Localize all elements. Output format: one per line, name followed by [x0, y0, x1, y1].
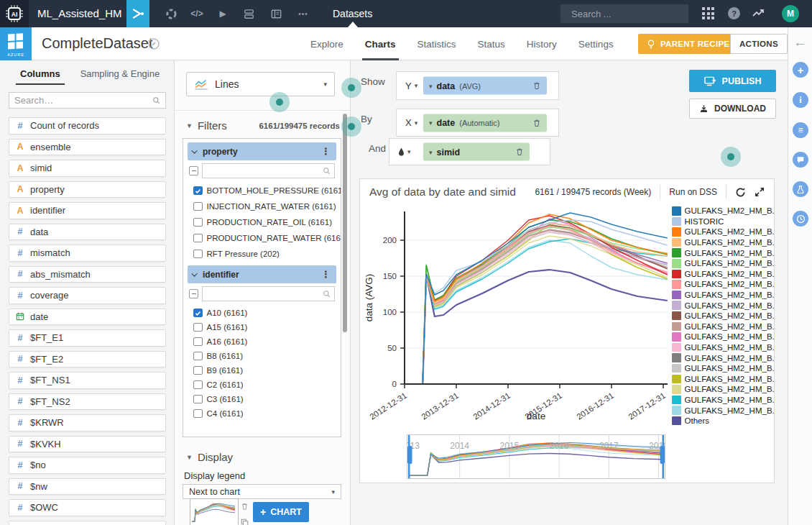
- checkbox[interactable]: [193, 337, 203, 347]
- hotspot-chart-type[interactable]: [269, 92, 290, 112]
- jobs-button[interactable]: [237, 0, 260, 27]
- tab-statistics[interactable]: Statistics: [417, 27, 456, 60]
- flow-button[interactable]: [126, 0, 149, 27]
- tab-explore[interactable]: Explore: [310, 27, 343, 60]
- compass-icon[interactable]: [147, 37, 160, 53]
- code-button[interactable]: </>: [185, 0, 208, 27]
- filter-search[interactable]: [202, 163, 335, 178]
- more-menu-button[interactable]: •••: [292, 0, 315, 27]
- column-item[interactable]: [9, 521, 166, 525]
- column-item[interactable]: #coverage: [9, 287, 166, 304]
- checkbox[interactable]: [193, 352, 203, 361]
- column-item[interactable]: #abs_mismatch: [9, 266, 166, 283]
- config-panel-scrollbar[interactable]: [343, 114, 347, 332]
- column-item[interactable]: #$FT_NS1: [9, 372, 166, 389]
- chart-thumbnail[interactable]: [190, 498, 239, 525]
- app-logo[interactable]: AI: [0, 0, 29, 27]
- trend-icon[interactable]: [752, 8, 765, 21]
- user-avatar[interactable]: M: [782, 5, 799, 22]
- download-button[interactable]: DOWNLOAD: [689, 99, 776, 119]
- column-item[interactable]: #$nw: [9, 478, 166, 496]
- filter-value-row[interactable]: RFT Pressure (202): [183, 246, 341, 262]
- filter-value-row[interactable]: A15 (6161): [183, 320, 341, 334]
- column-item[interactable]: date: [9, 309, 166, 326]
- filters-section-header[interactable]: ▼ Filters 6161/199475 records: [186, 119, 340, 132]
- column-item[interactable]: Aproperty: [9, 181, 166, 198]
- filter-value-row[interactable]: BOTTOM_HOLE_PRESSURE (6161): [183, 183, 341, 198]
- column-item[interactable]: #data: [9, 224, 166, 241]
- kebab-menu-icon[interactable]: ⋮: [321, 269, 331, 280]
- notebook-button[interactable]: [264, 0, 287, 27]
- y-measure-pill[interactable]: ▾ data(AVG): [423, 77, 547, 95]
- details-list-icon[interactable]: ≡: [793, 122, 808, 138]
- filter-search-input[interactable]: [206, 167, 323, 175]
- global-search-input[interactable]: [571, 9, 698, 19]
- x-axis-dropzone[interactable]: X▾ ▾ date(Automatic): [396, 109, 559, 137]
- filter-value-row[interactable]: B8 (6161): [183, 349, 341, 363]
- sidebar-tab-sampling-engine[interactable]: Sampling & Engine: [80, 60, 160, 86]
- column-item[interactable]: Asimid: [9, 160, 166, 177]
- columns-search-input[interactable]: [14, 95, 149, 106]
- color-dimension-pill[interactable]: ▾ simid: [423, 143, 530, 161]
- checkbox[interactable]: [193, 366, 203, 375]
- tab-history[interactable]: History: [527, 27, 557, 60]
- lab-flask-icon[interactable]: [793, 181, 808, 197]
- collapse-panel-arrow-icon[interactable]: ←: [793, 35, 807, 50]
- select-all-checkbox[interactable]: [189, 166, 198, 175]
- filter-value-row[interactable]: C2 (6161): [183, 378, 341, 392]
- color-dropzone[interactable]: ▾ ▾ simid: [389, 138, 550, 165]
- actions-button[interactable]: ACTIONS: [730, 34, 788, 54]
- expand-icon[interactable]: [755, 187, 765, 197]
- checkbox[interactable]: [193, 186, 203, 196]
- project-name[interactable]: ML_Assisted_HM: [37, 0, 122, 27]
- column-item[interactable]: Aidentifier: [9, 202, 166, 219]
- column-item[interactable]: #$KRWR: [9, 414, 166, 432]
- column-item[interactable]: #$no: [9, 457, 166, 474]
- columns-search[interactable]: [9, 92, 166, 109]
- column-item[interactable]: #$OWC: [9, 499, 166, 516]
- column-item[interactable]: #Count of records: [9, 117, 166, 134]
- refresh-icon[interactable]: [735, 187, 746, 198]
- hotspot-panel[interactable]: [721, 147, 741, 167]
- azure-dataset-icon[interactable]: AZURE: [0, 27, 32, 60]
- checkbox[interactable]: [193, 380, 203, 390]
- filter-value-row[interactable]: A16 (6161): [183, 334, 341, 349]
- apps-waffle-button[interactable]: [702, 7, 714, 19]
- zoom-brush-chart[interactable]: 201320142015201620172018: [407, 434, 665, 479]
- filter-value-row[interactable]: C4 (6161): [183, 406, 341, 421]
- column-item[interactable]: Aensemble: [9, 139, 166, 156]
- filter-value-row[interactable]: INJECTION_RATE_WATER (6161): [183, 198, 341, 214]
- filter-value-row[interactable]: PRODUCTION_RATE_OIL (6161): [183, 214, 341, 230]
- tab-status[interactable]: Status: [478, 27, 505, 60]
- checkbox[interactable]: [193, 395, 203, 404]
- x-dimension-pill[interactable]: ▾ date(Automatic): [423, 114, 547, 132]
- column-item[interactable]: #$FT_NS2: [9, 393, 166, 411]
- recipes-button[interactable]: [160, 0, 183, 27]
- parent-recipe-button[interactable]: PARENT RECIPE: [638, 34, 738, 54]
- publish-button[interactable]: PUBLISH: [689, 70, 776, 92]
- global-search[interactable]: [560, 4, 688, 23]
- info-icon[interactable]: i: [793, 92, 808, 108]
- filter-value-row[interactable]: A10 (6161): [183, 306, 341, 320]
- comment-icon[interactable]: [793, 152, 808, 168]
- add-icon[interactable]: +: [793, 62, 808, 78]
- duplicate-chart-icon[interactable]: [241, 516, 249, 525]
- trash-icon[interactable]: [532, 118, 541, 127]
- trash-icon[interactable]: [532, 81, 541, 91]
- checkbox[interactable]: [193, 234, 203, 243]
- filter-search-input[interactable]: [206, 290, 323, 298]
- run-on-dss-button[interactable]: Run on DSS: [669, 187, 717, 197]
- kebab-menu-icon[interactable]: ⋮: [321, 146, 331, 157]
- column-item[interactable]: #mismatch: [9, 245, 166, 262]
- checkbox[interactable]: [193, 202, 203, 211]
- checkbox[interactable]: [193, 250, 203, 259]
- filter-value-row[interactable]: C3 (6161): [183, 392, 341, 406]
- filter-value-row[interactable]: B9 (6161): [183, 363, 341, 378]
- tab-settings[interactable]: Settings: [578, 27, 614, 60]
- filter-value-row[interactable]: PRODUCTION_RATE_WATER (6161): [183, 230, 341, 246]
- add-chart-button[interactable]: + CHART: [253, 502, 309, 522]
- select-all-checkbox[interactable]: [189, 289, 198, 298]
- checkbox[interactable]: [193, 409, 203, 419]
- hotspot-show[interactable]: [341, 78, 361, 98]
- delete-chart-icon[interactable]: [241, 501, 249, 513]
